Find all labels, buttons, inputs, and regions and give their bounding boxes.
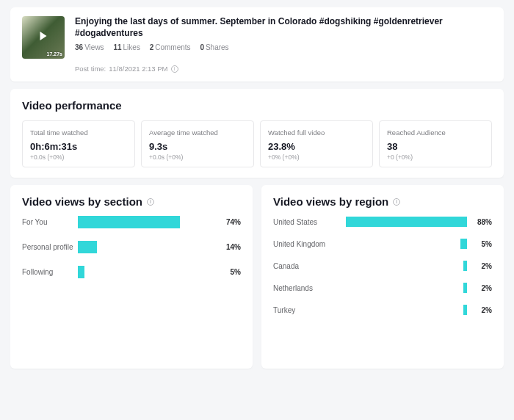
bar-row: Personal profile14%	[22, 242, 241, 252]
bar-label: United Kingdom	[273, 240, 329, 248]
perf-delta: +0.0s (+0%)	[30, 153, 127, 161]
perf-value: 9.3s	[149, 141, 246, 152]
section-heading-text: Video views by section	[22, 195, 142, 208]
bar-value: 2%	[467, 262, 492, 270]
info-icon[interactable]: i	[393, 198, 400, 206]
bar-fill	[78, 241, 97, 253]
likes-count: 11	[113, 43, 121, 51]
video-thumbnail[interactable]: 17.27s	[22, 16, 65, 59]
perf-avg-time: Average time watched 9.3s +0.0s (+0%)	[141, 120, 254, 167]
bar-track	[78, 267, 216, 277]
bar-row: Netherlands2%	[273, 283, 492, 293]
video-title: Enjoying the last days of summer. Septem…	[75, 16, 492, 39]
perf-value: 0h:6m:31s	[30, 141, 127, 152]
region-bars: United States88%United Kingdom5%Canada2%…	[273, 217, 492, 315]
bar-track	[329, 305, 467, 315]
region-heading: Video views by region i	[273, 195, 492, 208]
bar-label: Personal profile	[22, 243, 78, 251]
perf-label: Total time watched	[30, 128, 127, 137]
perf-reach: Reached Audience 38 +0 (+0%)	[379, 120, 492, 167]
likes-label: Likes	[123, 43, 140, 51]
bar-row: For You74%	[22, 217, 241, 227]
bar-fill	[460, 239, 467, 249]
info-icon[interactable]: i	[147, 198, 154, 206]
bar-row: Following5%	[22, 267, 241, 277]
bar-row: Canada2%	[273, 261, 492, 271]
bar-fill	[463, 305, 467, 315]
post-time-prefix: Post time:	[75, 65, 106, 73]
charts-row: Video views by section i For You74%Perso…	[10, 185, 504, 369]
performance-heading: Video performance	[22, 99, 492, 112]
video-stats: 36Views 11Likes 2Comments 0Shares	[75, 43, 492, 51]
perf-full-video: Watched full video 23.8% +0% (+0%)	[260, 120, 373, 167]
perf-delta: +0.0s (+0%)	[149, 153, 246, 161]
bar-label: Turkey	[273, 306, 329, 314]
bar-track	[329, 239, 467, 249]
views-by-region-card: Video views by region i United States88%…	[261, 185, 504, 369]
comments-label: Comments	[155, 43, 190, 51]
bar-row: United States88%	[273, 217, 492, 227]
perf-value: 38	[387, 141, 484, 152]
bar-track	[329, 217, 467, 227]
bar-value: 88%	[467, 218, 492, 226]
perf-value: 23.8%	[268, 141, 365, 152]
shares-count: 0	[200, 43, 204, 51]
performance-grid: Total time watched 0h:6m:31s +0.0s (+0%)…	[22, 120, 492, 167]
post-time: Post time: 11/8/2021 2:13 PM i	[75, 65, 492, 73]
video-duration: 17.27s	[47, 51, 62, 57]
bar-fill	[346, 217, 467, 227]
perf-delta: +0% (+0%)	[268, 153, 365, 161]
bar-value: 2%	[467, 306, 492, 314]
bar-track	[329, 261, 467, 271]
section-bars: For You74%Personal profile14%Following5%	[22, 217, 241, 277]
bar-fill	[78, 266, 84, 278]
bar-track	[78, 242, 216, 252]
bar-label: United States	[273, 218, 329, 226]
info-icon[interactable]: i	[171, 65, 178, 73]
bar-row: United Kingdom5%	[273, 239, 492, 249]
bar-value: 5%	[216, 268, 241, 276]
bar-label: Netherlands	[273, 284, 329, 292]
bar-label: For You	[22, 218, 78, 226]
video-meta: Enjoying the last days of summer. Septem…	[75, 16, 492, 73]
perf-label: Watched full video	[268, 128, 365, 137]
bar-track	[329, 283, 467, 293]
shares-label: Shares	[206, 43, 229, 51]
post-time-value: 11/8/2021 2:13 PM	[109, 65, 167, 73]
bar-fill	[78, 216, 180, 228]
bar-row: Turkey2%	[273, 305, 492, 315]
video-performance-card: Video performance Total time watched 0h:…	[10, 89, 504, 178]
views-by-section-card: Video views by section i For You74%Perso…	[10, 185, 253, 369]
bar-fill	[463, 283, 467, 293]
perf-total-time: Total time watched 0h:6m:31s +0.0s (+0%)	[22, 120, 135, 167]
play-icon	[40, 32, 47, 40]
bar-track	[78, 217, 216, 227]
bar-value: 2%	[467, 284, 492, 292]
perf-label: Reached Audience	[387, 128, 484, 137]
comments-count: 2	[150, 43, 154, 51]
bar-value: 14%	[216, 243, 241, 251]
section-heading: Video views by section i	[22, 195, 241, 208]
views-label: Views	[84, 43, 104, 51]
bar-label: Canada	[273, 262, 329, 270]
video-header-card: 17.27s Enjoying the last days of summer.…	[10, 7, 504, 82]
region-heading-text: Video views by region	[273, 195, 388, 208]
views-count: 36	[75, 43, 83, 51]
bar-label: Following	[22, 268, 78, 276]
bar-value: 5%	[467, 240, 492, 248]
bar-value: 74%	[216, 218, 241, 226]
bar-fill	[463, 261, 467, 271]
perf-label: Average time watched	[149, 128, 246, 137]
perf-delta: +0 (+0%)	[387, 153, 484, 161]
